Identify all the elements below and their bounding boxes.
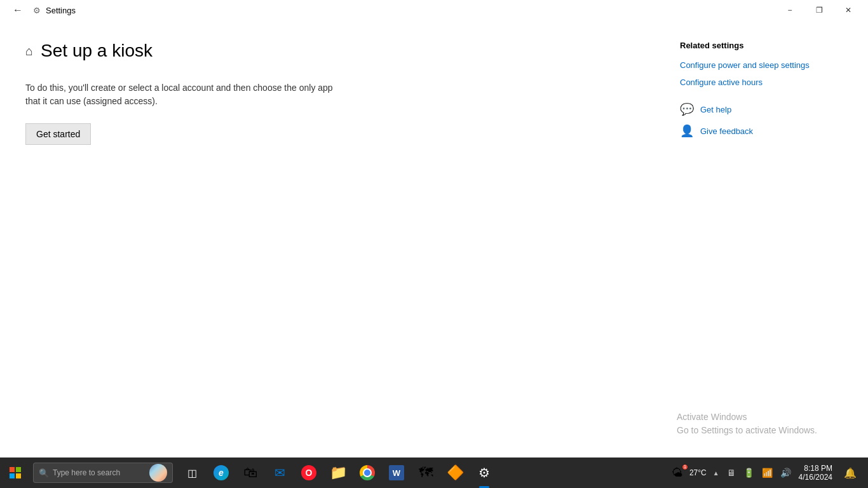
network-tray-item[interactable]: 🖥 xyxy=(724,468,738,478)
taskbar-app-files[interactable]: 📁 xyxy=(324,458,352,488)
clock-area[interactable]: 8:18 PM 4/16/2024 xyxy=(796,464,835,482)
notification-icon: 🔔 xyxy=(844,467,857,479)
system-tray: 🌤 1 27°C ▲ 🖥 🔋 📶 🔊 8:18 PM 4/16/2024 xyxy=(664,458,868,488)
back-button[interactable]: ← xyxy=(8,0,28,20)
page-title: Set up a kiosk xyxy=(41,41,153,61)
title-bar: ← ⚙ Settings − ❐ ✕ xyxy=(0,0,868,20)
search-icon: 🔍 xyxy=(39,468,49,478)
main-area: ⌂ Set up a kiosk To do this, you'll crea… xyxy=(0,20,868,458)
window-title: Settings xyxy=(46,6,76,15)
get-help-item[interactable]: 💬 Get help xyxy=(680,102,853,116)
taskbar-app-chrome[interactable] xyxy=(353,458,381,488)
tray-overflow-button[interactable]: ▲ xyxy=(710,470,722,477)
svg-rect-1 xyxy=(16,467,21,472)
taskbar-app-edge[interactable]: e xyxy=(207,458,235,488)
kiosk-description: To do this, you'll create or select a lo… xyxy=(25,81,343,108)
task-view-icon: ◫ xyxy=(187,467,197,479)
related-settings-heading: Related settings xyxy=(680,41,853,50)
settings-app-icon: ⚙ xyxy=(33,6,41,15)
give-feedback-icon: 👤 xyxy=(680,124,694,138)
taskbar-app-opera[interactable]: O xyxy=(295,458,323,488)
volume-tray-item[interactable]: 🔊 xyxy=(778,468,794,478)
right-panel: Related settings Configure power and sle… xyxy=(665,20,868,458)
windows-logo-icon xyxy=(10,467,21,478)
battery-tray-item[interactable]: 🔋 xyxy=(741,468,757,478)
start-button[interactable] xyxy=(0,458,31,488)
configure-power-link[interactable]: Configure power and sleep settings xyxy=(680,60,853,70)
store-icon: 🛍 xyxy=(243,464,257,481)
taskbar-search[interactable]: 🔍 Type here to search xyxy=(33,463,173,483)
opera-icon: O xyxy=(301,465,316,480)
taskbar-app-mail[interactable]: ✉ xyxy=(266,458,294,488)
minimize-button[interactable]: − xyxy=(775,0,804,20)
get-help-link[interactable]: Get help xyxy=(700,105,731,114)
taskbar-apps: ◫ e 🛍 ✉ O 📁 W 🗺 xyxy=(175,458,664,488)
wifi-icon: 📶 xyxy=(762,468,773,478)
svg-rect-2 xyxy=(10,473,15,478)
settings-taskbar-icon: ⚙ xyxy=(478,465,490,480)
weather-tray-item[interactable]: 🌤 1 xyxy=(669,466,686,480)
taskbar-app-taskview[interactable]: ◫ xyxy=(178,458,206,488)
clock-time: 8:18 PM xyxy=(799,464,832,473)
volume-icon: 🔊 xyxy=(780,468,791,478)
network-icon: 🖥 xyxy=(727,468,736,478)
chevron-up-icon: ▲ xyxy=(713,470,719,477)
weather-icon: 🌤 xyxy=(672,466,683,479)
close-button[interactable]: ✕ xyxy=(834,0,863,20)
taskbar-app-maps[interactable]: 🗺 xyxy=(412,458,440,488)
word-icon: W xyxy=(389,465,404,480)
configure-active-hours-link[interactable]: Configure active hours xyxy=(680,78,853,87)
taskbar-app-word[interactable]: W xyxy=(383,458,410,488)
svg-rect-3 xyxy=(16,473,21,478)
svg-rect-0 xyxy=(10,467,15,472)
notification-center-button[interactable]: 🔔 xyxy=(837,458,863,488)
notification-badge-dot: 1 xyxy=(682,464,688,470)
edge-icon: e xyxy=(214,465,229,480)
window-controls: − ❐ ✕ xyxy=(775,0,863,20)
wifi-tray-item[interactable]: 📶 xyxy=(759,468,775,478)
give-feedback-link[interactable]: Give feedback xyxy=(700,126,753,136)
battery-icon: 🔋 xyxy=(743,468,754,478)
search-widget-icon xyxy=(149,464,167,482)
home-icon: ⌂ xyxy=(25,44,33,58)
maximize-button[interactable]: ❐ xyxy=(804,0,834,20)
files-icon: 📁 xyxy=(330,464,347,481)
content-pane: ⌂ Set up a kiosk To do this, you'll crea… xyxy=(0,20,665,458)
mail-icon: ✉ xyxy=(275,465,285,480)
taskbar-app-settings[interactable]: ⚙ xyxy=(470,458,498,488)
taskbar-app-vlc[interactable]: 🔶 xyxy=(441,458,469,488)
help-section: 💬 Get help 👤 Give feedback xyxy=(680,102,853,138)
give-feedback-item[interactable]: 👤 Give feedback xyxy=(680,124,853,138)
clock-date: 4/16/2024 xyxy=(799,473,832,482)
chrome-icon xyxy=(360,465,375,480)
temperature-display: 27°C xyxy=(689,468,707,477)
taskbar-app-store[interactable]: 🛍 xyxy=(236,458,264,488)
maps-icon: 🗺 xyxy=(419,464,433,481)
vlc-icon: 🔶 xyxy=(447,464,464,481)
get-started-button[interactable]: Get started xyxy=(25,123,91,145)
search-placeholder-text: Type here to search xyxy=(53,468,120,477)
taskbar: 🔍 Type here to search ◫ e 🛍 ✉ O 📁 xyxy=(0,458,868,488)
page-header: ⌂ Set up a kiosk xyxy=(25,41,639,61)
get-help-icon: 💬 xyxy=(680,102,694,116)
